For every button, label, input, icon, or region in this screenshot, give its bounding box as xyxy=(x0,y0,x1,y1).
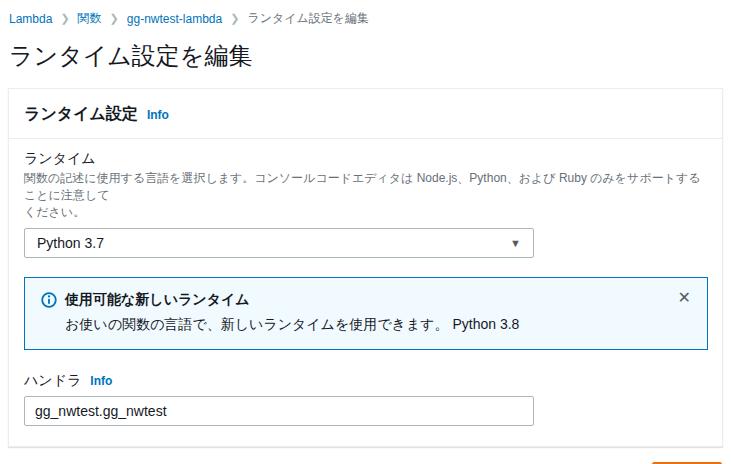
runtime-settings-card: ランタイム設定 Info ランタイム 関数の記述に使用する言語を選択します。コン… xyxy=(8,88,723,447)
card-header: ランタイム設定 Info xyxy=(9,89,722,139)
alert-body: お使いの関数の言語で、新しいランタイムを使用できます。 Python 3.8 xyxy=(65,316,691,334)
close-icon[interactable]: ✕ xyxy=(676,288,693,308)
handler-label: ハンドラ xyxy=(24,371,81,391)
page-title: ランタイム設定を編集 xyxy=(9,41,731,71)
card-info-link[interactable]: Info xyxy=(147,108,169,122)
breadcrumb: Lambda ❯ 関数 ❯ gg-nwtest-lambda ❯ ランタイム設定… xyxy=(0,0,731,27)
breadcrumb-item-function-name[interactable]: gg-nwtest-lambda xyxy=(127,12,222,26)
runtime-select-value: Python 3.7 xyxy=(37,235,104,251)
runtime-description-line2: ください。 xyxy=(24,205,85,219)
breadcrumb-separator-icon: ❯ xyxy=(230,12,239,25)
breadcrumb-separator-icon: ❯ xyxy=(60,12,69,25)
handler-field: ハンドラ Info xyxy=(24,371,707,427)
breadcrumb-separator-icon: ❯ xyxy=(110,12,119,25)
card-body: ランタイム 関数の記述に使用する言語を選択します。コンソールコードエディタは N… xyxy=(9,139,722,446)
runtime-label: ランタイム xyxy=(24,149,707,169)
new-runtime-alert: 使用可能な新しいランタイム お使いの関数の言語で、新しいランタイムを使用できます… xyxy=(24,277,708,350)
runtime-description: 関数の記述に使用する言語を選択します。コンソールコードエディタは Node.js… xyxy=(24,170,707,222)
handler-label-row: ハンドラ Info xyxy=(24,371,707,391)
alert-title: 使用可能な新しいランタイム xyxy=(65,291,250,309)
chevron-down-icon: ▼ xyxy=(510,237,521,249)
alert-head: 使用可能な新しいランタイム xyxy=(41,291,691,309)
handler-info-link[interactable]: Info xyxy=(90,374,112,388)
runtime-field: ランタイム 関数の記述に使用する言語を選択します。コンソールコードエディタは N… xyxy=(24,149,707,258)
breadcrumb-item-current: ランタイム設定を編集 xyxy=(247,10,369,27)
runtime-select[interactable]: Python 3.7 ▼ xyxy=(24,228,534,258)
breadcrumb-item-functions[interactable]: 関数 xyxy=(78,10,102,27)
card-title: ランタイム設定 xyxy=(24,104,138,125)
info-icon xyxy=(41,292,57,308)
handler-input[interactable] xyxy=(24,396,534,426)
runtime-description-line1: 関数の記述に使用する言語を選択します。コンソールコードエディタは Node.js… xyxy=(24,171,701,202)
breadcrumb-item-lambda[interactable]: Lambda xyxy=(9,12,52,26)
